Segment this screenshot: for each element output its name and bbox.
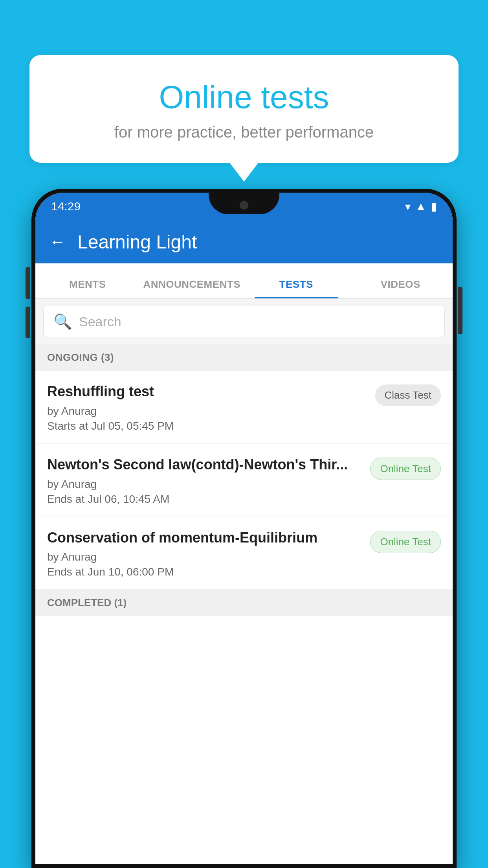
phone-volume-up-button xyxy=(26,267,30,299)
promo-bubble: Online tests for more practice, better p… xyxy=(29,55,459,163)
tab-videos[interactable]: VIDEOS xyxy=(349,278,453,298)
test-by: by Anurag xyxy=(47,551,362,563)
tab-announcements[interactable]: ANNOUNCEMENTS xyxy=(140,278,244,298)
test-name: Newton's Second law(contd)-Newton's Thir… xyxy=(47,456,362,474)
test-name: Reshuffling test xyxy=(47,383,367,401)
tab-tests[interactable]: TESTS xyxy=(244,278,349,298)
search-bar[interactable]: 🔍 Search xyxy=(43,306,445,337)
camera-dot xyxy=(240,201,248,210)
test-badge-online-2: Online Test xyxy=(370,531,441,553)
status-bar: 14:29 ▾ ▲ ▮ xyxy=(35,193,453,220)
phone-notch xyxy=(209,193,279,214)
test-info: Conservation of momentum-Equilibrium by … xyxy=(47,529,362,579)
battery-icon: ▮ xyxy=(431,200,437,213)
test-time: Ends at Jul 06, 10:45 AM xyxy=(47,493,362,506)
phone-power-button xyxy=(458,287,462,334)
back-button[interactable]: ← xyxy=(49,232,66,251)
tab-assignments[interactable]: MENTS xyxy=(35,278,140,298)
test-list: Reshuffling test by Anurag Starts at Jul… xyxy=(35,371,453,590)
ongoing-section-header: ONGOING (3) xyxy=(35,344,453,371)
completed-section-header: COMPLETED (1) xyxy=(35,590,453,616)
bubble-title: Online tests xyxy=(49,79,439,116)
test-badge-online: Online Test xyxy=(370,458,441,480)
test-badge-class: Class Test xyxy=(375,384,441,406)
test-by: by Anurag xyxy=(47,405,367,417)
signal-icon: ▲ xyxy=(415,200,426,213)
search-placeholder: Search xyxy=(79,314,121,329)
status-icons: ▾ ▲ ▮ xyxy=(405,200,437,213)
test-by: by Anurag xyxy=(47,478,362,491)
app-bar-title: Learning Light xyxy=(77,231,197,253)
status-time: 14:29 xyxy=(51,200,81,213)
test-item[interactable]: Reshuffling test by Anurag Starts at Jul… xyxy=(35,371,453,444)
test-item[interactable]: Conservation of momentum-Equilibrium by … xyxy=(35,517,453,590)
test-time: Ends at Jun 10, 06:00 PM xyxy=(47,566,362,578)
test-info: Newton's Second law(contd)-Newton's Thir… xyxy=(47,456,362,506)
test-time: Starts at Jul 05, 05:45 PM xyxy=(47,420,367,432)
search-icon: 🔍 xyxy=(53,313,72,330)
test-name: Conservation of momentum-Equilibrium xyxy=(47,529,362,547)
test-info: Reshuffling test by Anurag Starts at Jul… xyxy=(47,383,367,432)
phone-volume-down-button xyxy=(26,307,30,338)
search-container: 🔍 Search xyxy=(35,299,453,344)
bubble-subtitle: for more practice, better performance xyxy=(49,123,439,141)
app-bar: ← Learning Light xyxy=(35,220,453,263)
tab-bar: MENTS ANNOUNCEMENTS TESTS VIDEOS xyxy=(35,263,453,299)
phone-frame: 14:29 ▾ ▲ ▮ ← Learning Light MENTS ANNOU… xyxy=(31,189,457,868)
wifi-icon: ▾ xyxy=(405,200,411,213)
phone-screen: 14:29 ▾ ▲ ▮ ← Learning Light MENTS ANNOU… xyxy=(35,193,453,864)
test-item[interactable]: Newton's Second law(contd)-Newton's Thir… xyxy=(35,444,453,517)
